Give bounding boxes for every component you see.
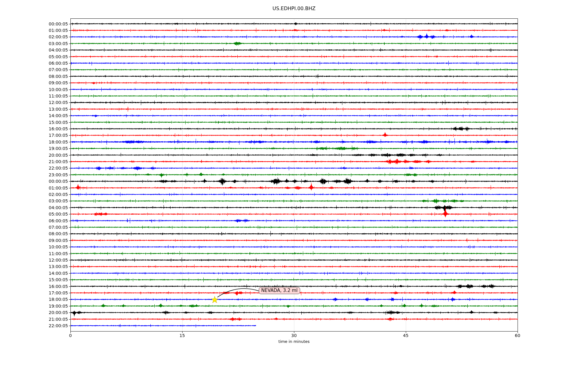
row-time-label: 08:00:05 <box>0 231 68 236</box>
row-time-label: 09:00:05 <box>0 80 68 86</box>
row-time-label: 07:00:05 <box>0 224 68 230</box>
row-time-label: 00:00:05 <box>0 21 68 27</box>
row-time-label: 02:00:05 <box>0 34 68 40</box>
row-time-label: 14:00:05 <box>0 113 68 118</box>
seismogram-canvas <box>0 0 588 368</box>
row-time-label: 22:00:05 <box>0 323 68 328</box>
row-time-label: 21:00:05 <box>0 159 68 164</box>
x-tick-label: 15 <box>173 333 191 338</box>
row-time-label: 17:00:05 <box>0 132 68 138</box>
x-axis-label: time in minutes <box>0 339 588 344</box>
event-annotation-label: NEVADA, 3.2 ml <box>259 287 300 294</box>
row-time-label: 03:00:05 <box>0 198 68 204</box>
row-time-label: 06:00:05 <box>0 60 68 66</box>
row-time-label: 15:00:05 <box>0 120 68 125</box>
row-time-label: 06:00:05 <box>0 218 68 224</box>
x-tick-label: 60 <box>508 333 527 338</box>
row-time-label: 18:00:05 <box>0 139 68 145</box>
row-time-label: 08:00:05 <box>0 74 68 79</box>
row-time-label: 05:00:05 <box>0 54 68 59</box>
chart-title: US.EDHPI.00.BHZ <box>0 6 588 11</box>
row-time-label: 10:00:05 <box>0 244 68 250</box>
row-time-label: 04:00:05 <box>0 205 68 210</box>
row-time-label: 02:00:05 <box>0 192 68 197</box>
row-time-label: 20:00:05 <box>0 152 68 158</box>
row-time-label: 18:00:05 <box>0 297 68 302</box>
helicorder-figure: US.EDHPI.00.BHZ 00:00:0501:00:0502:00:05… <box>0 0 588 368</box>
row-time-label: 13:00:05 <box>0 106 68 112</box>
row-time-label: 16:00:05 <box>0 284 68 289</box>
row-time-label: 17:00:05 <box>0 290 68 296</box>
row-time-label: 13:00:05 <box>0 264 68 269</box>
x-tick-label: 30 <box>285 333 303 338</box>
row-time-label: 01:00:05 <box>0 28 68 33</box>
row-time-label: 19:00:05 <box>0 303 68 309</box>
row-time-label: 03:00:05 <box>0 41 68 46</box>
row-time-label: 01:00:05 <box>0 185 68 191</box>
row-time-label: 22:00:05 <box>0 165 68 171</box>
row-time-label: 09:00:05 <box>0 238 68 243</box>
row-time-label: 12:00:05 <box>0 100 68 105</box>
x-tick-label: 45 <box>397 333 415 338</box>
row-time-label: 21:00:05 <box>0 316 68 322</box>
row-time-label: 00:00:05 <box>0 178 68 184</box>
row-time-label: 11:00:05 <box>0 251 68 256</box>
row-time-label: 11:00:05 <box>0 93 68 99</box>
row-time-label: 07:00:05 <box>0 67 68 72</box>
row-time-label: 14:00:05 <box>0 270 68 276</box>
row-time-label: 20:00:05 <box>0 310 68 315</box>
row-time-label: 04:00:05 <box>0 47 68 53</box>
row-time-label: 05:00:05 <box>0 211 68 217</box>
row-time-label: 16:00:05 <box>0 126 68 132</box>
row-time-label: 23:00:05 <box>0 172 68 178</box>
row-time-label: 15:00:05 <box>0 277 68 282</box>
row-time-label: 12:00:05 <box>0 257 68 263</box>
row-time-label: 10:00:05 <box>0 87 68 92</box>
row-time-label: 19:00:05 <box>0 146 68 151</box>
x-tick-label: 0 <box>61 333 80 338</box>
